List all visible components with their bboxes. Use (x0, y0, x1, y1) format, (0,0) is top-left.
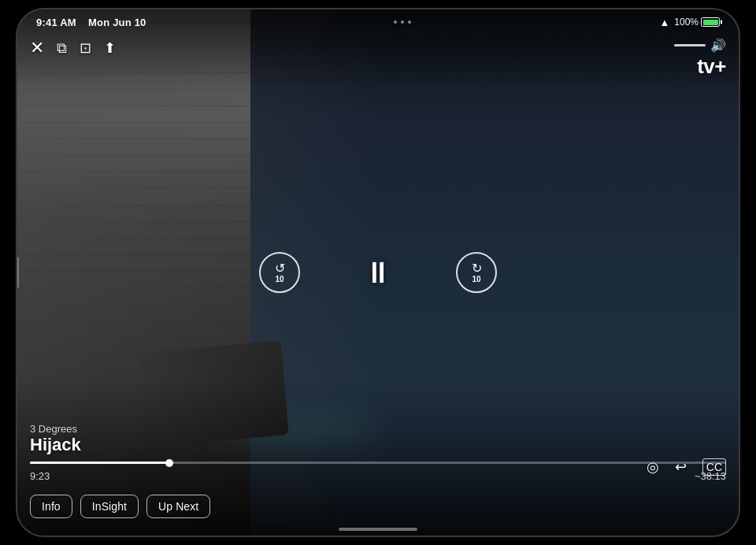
forward-seconds-label: 10 (472, 276, 480, 284)
bottom-right-icons: ◎ ↩ CC (647, 458, 726, 476)
battery-percent: 100% (674, 17, 699, 28)
status-time: 9:41 AM Mon Jun 10 (36, 17, 146, 28)
appletv-logo: tv+ (695, 54, 726, 79)
dot-2 (401, 20, 404, 24)
volume-control[interactable]: 🔊 (674, 38, 726, 53)
dot-3 (408, 20, 411, 24)
pause-icon: ⏸ (363, 256, 393, 289)
status-right: ▲ 100% (659, 17, 720, 28)
pip-button[interactable]: ⧉ (57, 40, 67, 57)
dot-1 (394, 20, 397, 24)
battery-container: 100% (674, 17, 720, 28)
battery-fill (703, 20, 718, 25)
current-time: 9:23 (30, 470, 50, 482)
progress-fill (30, 462, 169, 464)
captions-button[interactable]: CC (702, 458, 726, 476)
progress-container[interactable] (30, 462, 726, 464)
info-button[interactable]: Info (30, 495, 72, 518)
time-row: 9:23 ~38:13 (30, 470, 726, 482)
title-area: 3 Degrees Hijack (30, 423, 726, 455)
date-display: Mon Jun 10 (88, 17, 146, 28)
ipad-frame: 9:41 AM Mon Jun 10 ▲ 100% (16, 8, 740, 537)
forward-button[interactable]: ↻ 10 (456, 252, 497, 293)
volume-icon: 🔊 (710, 38, 726, 53)
progress-track (30, 462, 726, 464)
tv-plus-text: tv+ (697, 54, 726, 79)
insight-button[interactable]: InSight (80, 495, 139, 518)
rewind-icon: ↺ (275, 262, 285, 275)
rewind-10-button[interactable]: ↩ (675, 458, 687, 476)
episode-label: 3 Degrees (30, 423, 726, 435)
close-button[interactable]: ✕ (30, 38, 44, 58)
home-indicator (339, 528, 417, 531)
battery-icon (701, 17, 720, 27)
pause-button[interactable]: ⏸ (363, 256, 393, 290)
rewind-seconds-label: 10 (275, 276, 284, 284)
time-display: 9:41 AM (36, 17, 76, 28)
top-left-controls: ✕ ⧉ ⊡ ⬆ (30, 38, 116, 58)
status-center-dots (394, 20, 411, 24)
airplay-button[interactable]: ⊡ (80, 39, 91, 57)
forward-icon: ↻ (472, 262, 482, 275)
side-handle (16, 257, 19, 288)
share-button[interactable]: ⬆ (104, 39, 116, 57)
airplay-tv-button[interactable]: ◎ (647, 458, 659, 476)
appletv-logo-area: 🔊 tv+ (674, 38, 726, 79)
wifi-icon: ▲ (659, 17, 669, 28)
rewind-button[interactable]: ↺ 10 (259, 252, 300, 293)
show-title: Hijack (30, 435, 726, 455)
bottom-controls: 3 Degrees Hijack 9:23 ~38:13 (30, 423, 726, 482)
status-bar: 9:41 AM Mon Jun 10 ▲ 100% (17, 9, 739, 35)
volume-line (674, 44, 706, 46)
pill-buttons: Info InSight Up Next (30, 495, 210, 518)
up-next-button[interactable]: Up Next (146, 495, 210, 518)
top-controls: ✕ ⧉ ⊡ ⬆ (30, 38, 726, 58)
center-playback-controls: ↺ 10 ⏸ ↻ 10 (259, 252, 497, 293)
